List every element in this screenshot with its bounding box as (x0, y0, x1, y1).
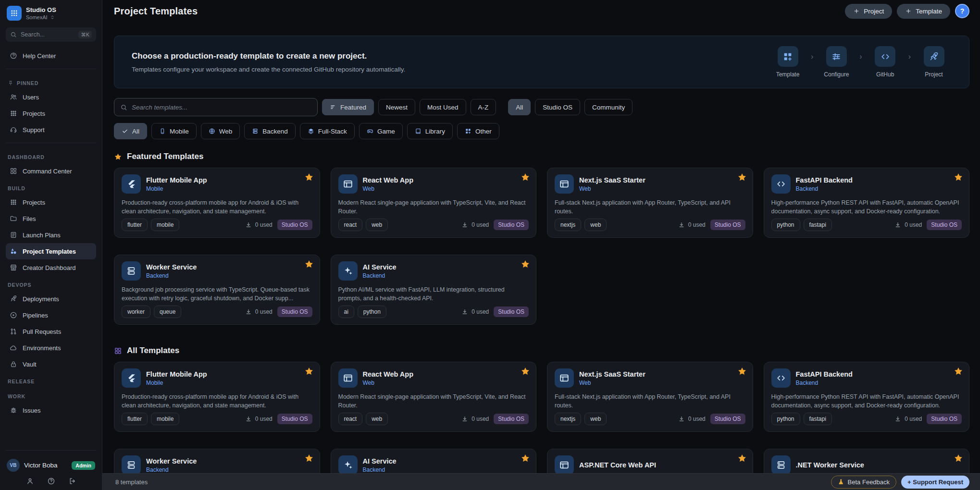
favorite-star-icon[interactable] (521, 367, 530, 376)
source-badge: Studio OS (494, 220, 529, 230)
server-icon (126, 460, 136, 470)
scope-chip-all[interactable]: All (508, 99, 531, 115)
sidebar-item-vault[interactable]: Vault (6, 356, 96, 372)
template-search-input[interactable] (132, 104, 311, 111)
support-request-button[interactable]: + Support Request (901, 476, 969, 489)
sort-chip-featured[interactable]: Featured (322, 99, 374, 115)
sidebar-item-files[interactable]: Files (6, 210, 96, 227)
sort-chip-most-used[interactable]: Most Used (420, 99, 466, 115)
category-chip-backend[interactable]: Backend (244, 123, 296, 139)
category-chip-library[interactable]: Library (407, 123, 453, 139)
sidebar-item-creator-dashboard[interactable]: Creator Dashboard (6, 259, 96, 276)
sidebar-item-support[interactable]: Support (6, 122, 96, 138)
favorite-star-icon[interactable] (304, 259, 314, 269)
card-meta: 0 usedStudio OS (245, 414, 312, 424)
category-chip-game[interactable]: Game (359, 123, 403, 139)
favorite-star-icon[interactable] (737, 172, 747, 182)
favorite-star-icon[interactable] (304, 453, 314, 463)
template-card-flutter-mobile-app[interactable]: Flutter Mobile AppMobileProduction-ready… (114, 362, 320, 432)
sidebar-item-pull-requests[interactable]: Pull Requests (6, 323, 96, 340)
sidebar-item-issues[interactable]: Issues (6, 402, 96, 418)
template-card-react-web-app[interactable]: React Web AppWebModern React single-page… (331, 168, 537, 238)
workspace-switcher[interactable]: Studio OS SomexAI (6, 5, 96, 21)
tag-chip-react[interactable]: react (338, 219, 363, 231)
sidebar-item-launch-plans[interactable]: Launch Plans (6, 227, 96, 243)
sidebar-item-projects[interactable]: Projects (6, 105, 96, 122)
download-icon (245, 221, 252, 228)
favorite-star-icon[interactable] (521, 259, 530, 269)
favorite-star-icon[interactable] (954, 172, 963, 182)
template-card-next-js-saas-starter[interactable]: Next.js SaaS StarterWebFull-stack Next.j… (547, 362, 753, 432)
favorite-star-icon[interactable] (304, 172, 314, 182)
tag-chip-fastapi[interactable]: fastapi (804, 219, 832, 231)
rocket-icon (10, 295, 17, 303)
tag-chip-worker[interactable]: worker (122, 306, 150, 318)
favorite-star-icon[interactable] (737, 367, 747, 376)
tag-chip-web[interactable]: web (584, 219, 607, 231)
tag-chip-fastapi[interactable]: fastapi (804, 413, 832, 425)
tag-chip-mobile[interactable]: mobile (151, 413, 179, 425)
tag-chip-python[interactable]: python (771, 219, 800, 231)
sidebar-item-users[interactable]: Users (6, 89, 96, 105)
tag-chip-mobile[interactable]: mobile (151, 219, 179, 231)
sidebar-item-help-center[interactable]: Help Center (6, 48, 96, 64)
template-card-fastapi-backend[interactable]: FastAPI BackendBackendHigh-performance P… (764, 168, 970, 238)
favorite-star-icon[interactable] (737, 453, 747, 463)
template-search[interactable] (114, 98, 318, 116)
button-label: Template (916, 8, 942, 15)
tag-chip-flutter[interactable]: flutter (122, 413, 148, 425)
sort-chip-newest[interactable]: Newest (378, 99, 415, 115)
favorite-star-icon[interactable] (954, 367, 963, 376)
add-project-button[interactable]: Project (845, 4, 892, 19)
used-count: 0 used (471, 308, 489, 315)
sidebar-item-projects[interactable]: Projects (6, 194, 96, 210)
template-card-react-web-app[interactable]: React Web AppWebModern React single-page… (331, 362, 537, 432)
sidebar-item-deployments[interactable]: Deployments (6, 291, 96, 307)
template-card-next-js-saas-starter[interactable]: Next.js SaaS StarterWebFull-stack Next.j… (547, 168, 753, 238)
sidebar-item-environments[interactable]: Environments (6, 340, 96, 356)
help-button[interactable]: ? (955, 4, 969, 18)
template-card-worker-service[interactable]: Worker ServiceBackendBackground job proc… (114, 255, 320, 325)
beta-feedback-button[interactable]: Beta Feedback (831, 476, 896, 489)
logout-icon[interactable] (68, 477, 76, 485)
scope-chip-studio-os[interactable]: Studio OS (535, 99, 580, 115)
category-chip-other[interactable]: Other (457, 123, 499, 139)
used-count: 0 used (688, 221, 706, 228)
category-chip-all[interactable]: All (114, 123, 147, 139)
category-chip-mobile[interactable]: Mobile (151, 123, 197, 139)
tag-chip-ai[interactable]: ai (338, 306, 354, 318)
sidebar-search-input[interactable] (21, 31, 74, 38)
sidebar-item-project-templates[interactable]: Project Templates (6, 243, 96, 259)
add-template-button[interactable]: Template (897, 4, 950, 19)
favorite-star-icon[interactable] (521, 172, 530, 182)
tag-chip-nextjs[interactable]: nextjs (555, 413, 581, 425)
tag-chip-web[interactable]: web (584, 413, 607, 425)
category-chip-full-stack[interactable]: Full-Stack (300, 123, 355, 139)
tag-chip-react[interactable]: react (338, 413, 363, 425)
card-footer: workerqueue0 usedStudio OS (122, 306, 312, 318)
tag-chip-web[interactable]: web (366, 219, 388, 231)
tag-chip-web[interactable]: web (366, 413, 388, 425)
template-card-ai-service[interactable]: AI ServiceBackendPython AI/ML service wi… (331, 255, 537, 325)
favorite-star-icon[interactable] (954, 453, 963, 463)
scope-chip-community[interactable]: Community (584, 99, 633, 115)
profile-icon[interactable] (26, 477, 34, 485)
template-card-flutter-mobile-app[interactable]: Flutter Mobile AppMobileProduction-ready… (114, 168, 320, 238)
tag-chip-python[interactable]: python (771, 413, 800, 425)
tag-chip-nextjs[interactable]: nextjs (555, 219, 581, 231)
tag-chip-python[interactable]: python (358, 306, 386, 318)
sort-chip-a-z[interactable]: A-Z (471, 99, 496, 115)
category-chip-web[interactable]: Web (201, 123, 240, 139)
sidebar-item-command-center[interactable]: Command Center (6, 163, 96, 179)
tag-chip-queue[interactable]: queue (154, 306, 181, 318)
sidebar-search[interactable]: ⌘K (6, 27, 96, 42)
server-icon (252, 128, 259, 135)
favorite-star-icon[interactable] (521, 453, 530, 463)
template-card-fastapi-backend[interactable]: FastAPI BackendBackendHigh-performance P… (764, 362, 970, 432)
help-circle-icon[interactable] (47, 477, 55, 485)
source-badge: Studio OS (927, 414, 962, 424)
tag-chip-flutter[interactable]: flutter (122, 219, 148, 231)
user-menu[interactable]: VB Victor Boba Admin (6, 455, 96, 473)
favorite-star-icon[interactable] (304, 367, 314, 376)
sidebar-item-pipelines[interactable]: Pipelines (6, 307, 96, 323)
